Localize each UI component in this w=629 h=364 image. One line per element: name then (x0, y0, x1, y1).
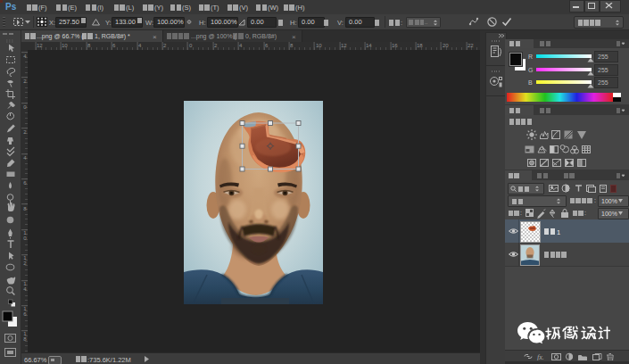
svg-text:fx.: fx. (537, 353, 544, 361)
